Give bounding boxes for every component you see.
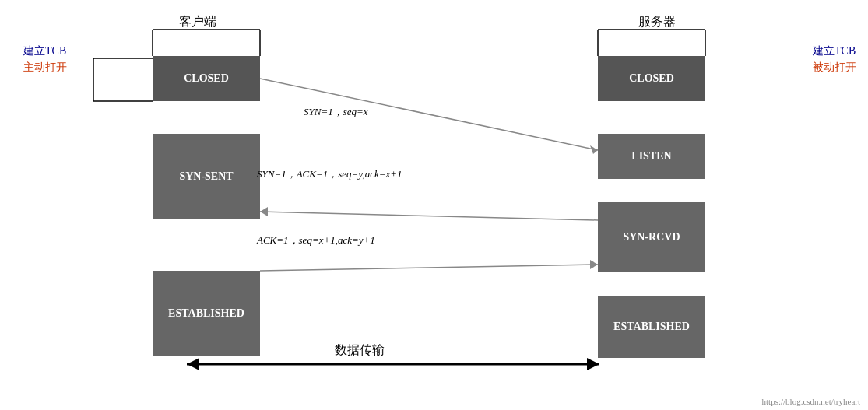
server-label: 服务器	[638, 14, 676, 30]
left-tcb-text: 建立TCB	[23, 43, 67, 59]
client-label: 客户端	[179, 14, 216, 30]
established-left-label: ESTABLISHED	[168, 307, 244, 320]
msg1-text: SYN=1，seq=x	[304, 106, 368, 117]
svg-marker-14	[587, 358, 599, 370]
message-1: SYN=1，seq=x	[304, 105, 368, 119]
diagram-container: 客户端 服务器 建立TCB 主动打开 建立TCB 被动打开 CLOSED SYN…	[0, 0, 868, 410]
closed-right-box: CLOSED	[598, 56, 705, 101]
bracket-svg	[0, 0, 868, 410]
watermark-text: https://blog.csdn.net/tryheart	[762, 397, 860, 406]
svg-marker-7	[590, 145, 598, 154]
syn-sent-label: SYN-SENT	[179, 170, 233, 183]
svg-marker-11	[590, 260, 598, 269]
established-right-label: ESTABLISHED	[613, 321, 690, 333]
message-3: ACK=1，seq=x+1,ack=y+1	[257, 233, 375, 247]
listen-label: LISTEN	[631, 150, 671, 163]
syn-sent-box: SYN-SENT	[153, 134, 260, 219]
syn-rcvd-label: SYN-RCVD	[623, 231, 680, 244]
msg2-text: SYN=1，ACK=1，seq=y,ack=x+1	[257, 168, 402, 180]
closed-right-label: CLOSED	[629, 72, 674, 85]
established-left-box: ESTABLISHED	[153, 271, 260, 356]
server-label-text: 服务器	[638, 15, 676, 28]
msg3-text: ACK=1，seq=x+1,ack=y+1	[257, 234, 375, 246]
svg-marker-13	[187, 358, 199, 370]
message-2: SYN=1，ACK=1，seq=y,ack=x+1	[257, 167, 402, 181]
right-passive-text: 被动打开	[813, 59, 856, 75]
watermark: https://blog.csdn.net/tryheart	[762, 397, 860, 406]
svg-line-10	[260, 265, 598, 271]
svg-line-8	[260, 212, 598, 220]
left-active-text: 主动打开	[23, 59, 67, 75]
closed-left-box: CLOSED	[153, 56, 260, 101]
right-annotation: 建立TCB 被动打开	[813, 43, 856, 75]
syn-rcvd-box: SYN-RCVD	[598, 202, 705, 272]
client-label-text: 客户端	[179, 15, 216, 28]
listen-box: LISTEN	[598, 134, 705, 179]
data-transfer-label: 数据传输	[335, 342, 385, 359]
established-right-box: ESTABLISHED	[598, 296, 705, 358]
svg-marker-9	[260, 207, 268, 216]
data-text: 数据传输	[335, 343, 385, 356]
closed-left-label: CLOSED	[184, 72, 229, 85]
left-annotation: 建立TCB 主动打开	[23, 43, 67, 75]
right-tcb-text: 建立TCB	[813, 43, 856, 59]
